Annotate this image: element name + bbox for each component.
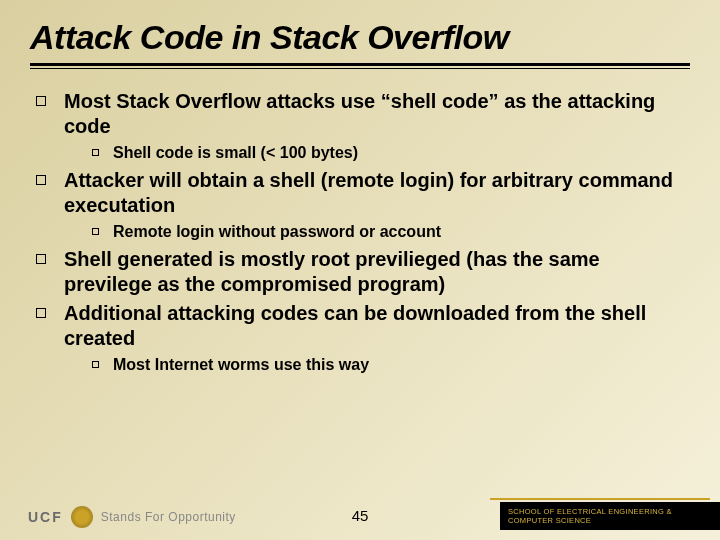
slide-title: Attack Code in Stack Overflow [30,18,690,57]
bullet-item: Most Stack Overflow attacks use “shell c… [36,89,690,139]
gold-divider [490,498,710,500]
bullet-item: Most Internet worms use this way [92,355,690,376]
footer-left: UCF Stands For Opportunity [28,506,236,528]
title-underline [30,63,690,69]
ucf-logo-text: UCF [28,509,63,525]
school-label: SCHOOL OF ELECTRICAL ENGINEERING & COMPU… [500,502,720,530]
square-bullet-icon [92,361,99,368]
slide: Attack Code in Stack Overflow Most Stack… [0,0,720,540]
square-bullet-icon [92,228,99,235]
bullet-item: Remote login without password or account [92,222,690,243]
square-bullet-icon [36,96,46,106]
bullet-item: Shell generated is mostly root previlieg… [36,247,690,297]
square-bullet-icon [36,308,46,318]
slide-content: Most Stack Overflow attacks use “shell c… [30,89,690,375]
bullet-text: Most Stack Overflow attacks use “shell c… [64,89,690,139]
bullet-text: Attacker will obtain a shell (remote log… [64,168,690,218]
square-bullet-icon [92,149,99,156]
bullet-text: Shell code is small (< 100 bytes) [113,143,358,164]
bullet-text: Shell generated is mostly root previlieg… [64,247,690,297]
bullet-text: Remote login without password or account [113,222,441,243]
bullet-item: Shell code is small (< 100 bytes) [92,143,690,164]
bullet-text: Additional attacking codes can be downlo… [64,301,690,351]
footer-right: SCHOOL OF ELECTRICAL ENGINEERING & COMPU… [500,498,720,530]
bullet-item: Attacker will obtain a shell (remote log… [36,168,690,218]
page-number: 45 [352,507,369,524]
tagline-text: Stands For Opportunity [101,510,236,524]
bullet-item: Additional attacking codes can be downlo… [36,301,690,351]
slide-footer: UCF Stands For Opportunity 45 SCHOOL OF … [0,490,720,540]
square-bullet-icon [36,175,46,185]
pegasus-icon [71,506,93,528]
square-bullet-icon [36,254,46,264]
bullet-text: Most Internet worms use this way [113,355,369,376]
